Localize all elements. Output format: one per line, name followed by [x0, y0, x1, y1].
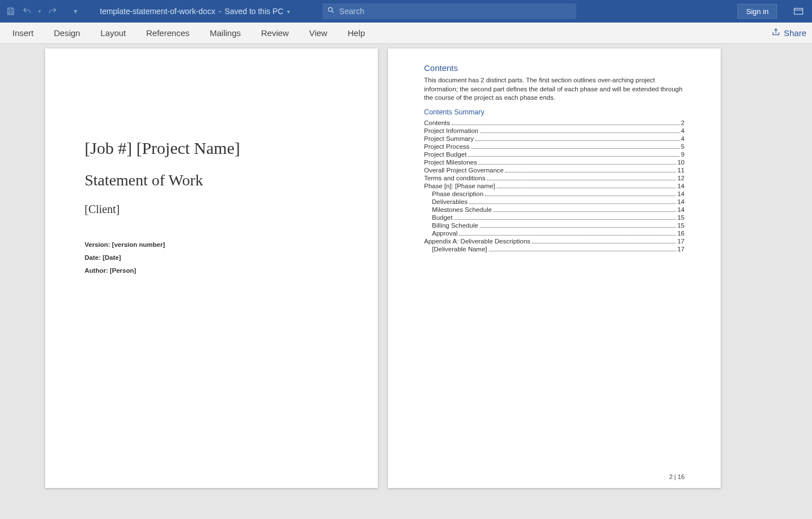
toc-label: Deliverables [424, 198, 467, 205]
toc-page: 14 [677, 198, 685, 205]
document-name: template-statement-of-work-docx [100, 7, 215, 16]
toc-label: Project Process [424, 143, 470, 150]
toc-leader [493, 211, 676, 212]
toc-page: 4 [681, 135, 685, 142]
doc-title-line[interactable]: [Job #] [Project Name] [85, 139, 338, 158]
toc-entry[interactable]: Project Budget9 [424, 151, 685, 158]
toc-label: Overall Project Governance [424, 167, 504, 174]
ribbon-tabstrip: InsertDesignLayoutReferencesMailingsRevi… [0, 23, 812, 44]
toc-entry[interactable]: Phase [n]: [Phase name]14 [424, 183, 685, 190]
toc-entry[interactable]: Project Information4 [424, 127, 685, 135]
toc-leader [480, 227, 676, 228]
document-title-area[interactable]: template-statement-of-work-docx - Saved … [100, 7, 290, 16]
contents-summary-heading[interactable]: Contents Summary [424, 108, 685, 116]
contents-heading[interactable]: Contents [424, 63, 685, 73]
toc-entry[interactable]: Overall Project Governance11 [424, 167, 685, 174]
toc-label: Project Budget [424, 151, 466, 158]
toc-label: Contents [424, 119, 450, 126]
toc-leader [471, 148, 679, 149]
doc-client[interactable]: [Client] [85, 203, 338, 216]
toc-entry[interactable]: [Deliverable Name]17 [424, 246, 685, 253]
quick-access-toolbar: ▾ ▾ [5, 6, 77, 16]
toc-leader [532, 243, 676, 243]
toc-entry[interactable]: Budget15 [424, 214, 685, 221]
toc-entry[interactable]: Project Process5 [424, 143, 685, 150]
tab-view[interactable]: View [299, 28, 337, 38]
signin-button[interactable]: Sign in [738, 4, 777, 19]
toc-page: 10 [677, 159, 685, 166]
toc-page: 14 [677, 190, 685, 197]
page-2[interactable]: Contents This document has 2 distinct pa… [388, 48, 721, 488]
tab-layout[interactable]: Layout [90, 28, 136, 38]
toc-page: 17 [677, 238, 685, 245]
toc-label: [Deliverable Name] [424, 246, 487, 252]
toc-label: Project Milestones [424, 159, 477, 166]
toc-label: Terms and conditions [424, 175, 486, 181]
toc-label: Project Information [424, 127, 479, 134]
toc-label: Milestones Schedule [424, 206, 492, 213]
tab-design[interactable]: Design [44, 28, 91, 38]
tab-review[interactable]: Review [251, 28, 299, 38]
toc-page: 2 [681, 119, 685, 126]
toc-label: Approval [424, 230, 457, 237]
svg-rect-0 [9, 12, 12, 14]
toc-label: Billing Schedule [424, 222, 478, 229]
toc-entry[interactable]: Contents2 [424, 119, 685, 127]
share-label: Share [784, 28, 806, 38]
toc-page: 16 [677, 230, 685, 237]
toc-page: 15 [677, 222, 685, 229]
toc-entry[interactable]: Deliverables14 [424, 198, 685, 206]
toc-entry[interactable]: Approval16 [424, 230, 685, 237]
contents-intro[interactable]: This document has 2 distinct parts. The … [424, 76, 685, 103]
toc-page: 12 [677, 175, 685, 181]
share-button[interactable]: Share [768, 28, 810, 38]
document-canvas[interactable]: [Job #] [Project Name] Statement of Work… [0, 44, 812, 519]
toc-leader [454, 219, 676, 220]
chevron-down-icon[interactable]: ▾ [38, 8, 41, 14]
toc-leader [497, 188, 676, 188]
toc-leader [468, 156, 679, 157]
toc-page: 9 [681, 151, 685, 158]
titlebar: ▾ ▾ template-statement-of-work-docx - Sa… [0, 0, 812, 23]
save-status: Saved to this PC [224, 7, 283, 16]
toc-label: Phase [n]: [Phase name] [424, 183, 495, 189]
toc-entry[interactable]: Appendix A: Deliverable Descriptions17 [424, 238, 685, 245]
toc-entry[interactable]: Phase description14 [424, 190, 685, 198]
toc-entry[interactable]: Project Milestones10 [424, 159, 685, 166]
tab-help[interactable]: Help [337, 28, 375, 38]
ribbon-display-options-icon[interactable] [789, 4, 807, 19]
toc-label: Project Summary [424, 135, 474, 142]
tab-mailings[interactable]: Mailings [200, 28, 251, 38]
search-icon [327, 6, 335, 16]
toc-leader [469, 203, 676, 204]
page-number: 2 | 16 [669, 473, 685, 480]
undo-icon[interactable] [21, 6, 33, 16]
toc-leader [479, 164, 676, 165]
toc-leader [459, 235, 676, 236]
toc-page: 15 [677, 214, 685, 221]
toc-leader [475, 140, 679, 141]
customize-qat-icon[interactable]: ▾ [74, 7, 77, 15]
page-1[interactable]: [Job #] [Project Name] Statement of Work… [45, 48, 378, 488]
toc-leader [487, 180, 676, 180]
search-box[interactable] [323, 3, 576, 19]
toc-entry[interactable]: Terms and conditions12 [424, 175, 685, 182]
search-input[interactable] [339, 7, 572, 16]
toc-leader [485, 196, 676, 196]
redo-icon[interactable] [47, 6, 58, 16]
toc-entry[interactable]: Billing Schedule15 [424, 222, 685, 229]
toc-page: 17 [677, 246, 685, 252]
doc-subtitle[interactable]: Statement of Work [85, 171, 338, 189]
doc-date[interactable]: Date: [Date] [85, 251, 338, 264]
table-of-contents[interactable]: Contents2Project Information4Project Sum… [424, 119, 685, 253]
toc-entry[interactable]: Milestones Schedule14 [424, 206, 685, 214]
doc-author[interactable]: Author: [Person] [85, 264, 338, 277]
tab-insert[interactable]: Insert [2, 28, 44, 38]
save-icon[interactable] [6, 6, 16, 16]
doc-version[interactable]: Version: [version number] [85, 238, 338, 251]
tab-references[interactable]: References [136, 28, 200, 38]
toc-leader [505, 172, 676, 172]
toc-label: Appendix A: Deliverable Descriptions [424, 238, 531, 245]
toc-entry[interactable]: Project Summary4 [424, 135, 685, 143]
toc-leader [489, 251, 676, 251]
